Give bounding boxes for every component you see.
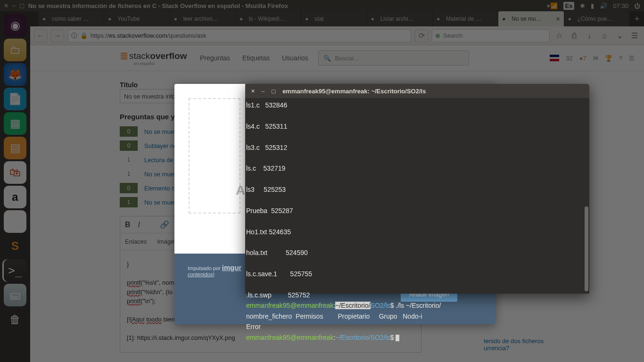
placeholder-letter: A [236,183,245,198]
term-max-icon[interactable]: ▢ [271,88,276,94]
upload-panel [174,84,245,254]
term-close-icon[interactable]: ✕ [251,88,255,94]
terminal-window: ✕ – ▢ emmanfreak95@emmanfreak: ~/Escrito… [245,84,589,294]
drop-zone[interactable] [189,98,240,214]
terminal-title: emmanfreak95@emmanfreak: ~/Escritorio/SO… [282,88,426,95]
term-min-icon[interactable]: – [262,88,264,94]
terminal-titlebar[interactable]: ✕ – ▢ emmanfreak95@emmanfreak: ~/Escrito… [245,84,589,98]
modal-footer-text: Impulsado por imgur contenidos) [188,263,241,277]
terminal-body[interactable]: ls1.c 532846 ls4.c 525311 ls3.c 525312 l… [245,98,589,345]
terminal-scrollbar[interactable] [585,206,588,291]
